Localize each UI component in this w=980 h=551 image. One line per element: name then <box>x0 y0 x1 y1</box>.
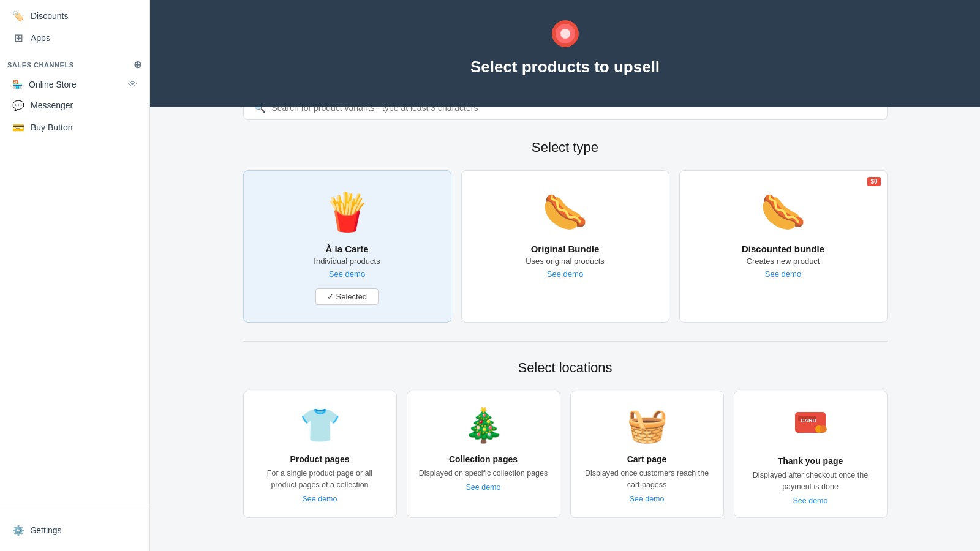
product-pages-demo-link[interactable]: See demo <box>303 495 337 503</box>
collection-pages-demo-link[interactable]: See demo <box>466 483 501 492</box>
svg-point-7 <box>820 425 827 433</box>
product-pages-title: Product pages <box>290 454 349 464</box>
sales-channels-label: SALES CHANNELS ⊕ <box>0 49 149 74</box>
discounted-bundle-title: Discounted bundle <box>742 244 824 254</box>
logo-icon <box>550 18 581 49</box>
online-store-visibility-icon[interactable]: 👁 <box>128 79 137 89</box>
select-locations-section: Select locations 👕 Product pages For a s… <box>243 360 888 518</box>
original-bundle-icon: 🌭 <box>542 190 588 234</box>
location-card-product-pages[interactable]: 👕 Product pages For a single product pag… <box>243 391 397 518</box>
original-bundle-desc: Uses original products <box>526 257 605 266</box>
collection-pages-title: Collection pages <box>449 454 518 464</box>
sidebar-item-discounts[interactable]: 🏷️ Discounts <box>5 5 145 27</box>
svg-text:CARD: CARD <box>801 418 816 424</box>
sidebar-item-online-store[interactable]: 🏪 Online Store 👁 <box>5 74 145 94</box>
a-la-carte-demo-link[interactable]: See demo <box>329 269 365 279</box>
discounted-bundle-icon: 🌭 <box>760 190 806 234</box>
sidebar-top-items: 🏷️ Discounts ⊞ Apps <box>0 0 149 49</box>
buy-button-icon: 💳 <box>12 121 24 133</box>
sidebar-item-buy-button[interactable]: 💳 Buy Button <box>5 116 145 138</box>
sidebar-settings: ⚙️ Settings <box>0 509 149 551</box>
select-type-section: Select type 🍟 À la Carte Individual prod… <box>243 140 888 323</box>
original-bundle-title: Original Bundle <box>531 244 600 254</box>
sidebar-item-settings[interactable]: ⚙️ Settings <box>5 519 145 541</box>
sidebar: 🏷️ Discounts ⊞ Apps SALES CHANNELS ⊕ 🏪 O… <box>0 0 150 551</box>
apps-icon: ⊞ <box>12 32 24 44</box>
page-title: Select products to upsell <box>162 58 968 77</box>
thank-you-page-icon: CARD <box>792 406 829 446</box>
content-area: 🔍 Select type 🍟 À la Carte Individual pr… <box>228 95 902 542</box>
type-card-original-bundle[interactable]: 🌭 Original Bundle Uses original products… <box>461 170 669 323</box>
select-type-heading: Select type <box>243 140 888 156</box>
collection-pages-desc: Displayed on specific collection pages <box>419 468 548 479</box>
app-logo <box>162 18 968 51</box>
svg-point-2 <box>560 29 570 39</box>
cart-page-desc: Displayed once customers reach the cart … <box>581 468 714 491</box>
thank-you-page-desc: Displayed after checkout once the paymen… <box>744 470 877 493</box>
a-la-carte-title: À la Carte <box>325 244 368 254</box>
messenger-icon: 💬 <box>12 99 24 111</box>
settings-icon: ⚙️ <box>12 524 24 536</box>
cart-page-icon: 🧺 <box>627 406 668 444</box>
type-cards-grid: 🍟 À la Carte Individual products See dem… <box>243 170 888 323</box>
selected-badge: ✓ Selected <box>315 288 379 305</box>
cart-page-demo-link[interactable]: See demo <box>630 495 665 503</box>
type-card-a-la-carte[interactable]: 🍟 À la Carte Individual products See dem… <box>243 170 451 323</box>
location-card-collection-pages[interactable]: 🎄 Collection pages Displayed on specific… <box>407 391 560 518</box>
type-card-discounted-bundle[interactable]: $0 🌭 Discounted bundle Creates new produ… <box>679 170 888 323</box>
discounted-bundle-desc: Creates new product <box>747 257 820 266</box>
discount-badge: $0 <box>867 177 880 186</box>
collection-pages-icon: 🎄 <box>463 406 504 444</box>
sidebar-item-messenger[interactable]: 💬 Messenger <box>5 94 145 116</box>
sales-channels-list: 🏪 Online Store 👁 💬 Messenger 💳 Buy Butto… <box>0 74 149 138</box>
select-locations-heading: Select locations <box>243 360 888 376</box>
product-pages-desc: For a single product page or all product… <box>254 468 386 491</box>
location-card-thank-you-page[interactable]: CARD Thank you page Displayed after chec… <box>734 391 888 518</box>
card-svg-icon: CARD <box>792 406 829 439</box>
location-card-cart-page[interactable]: 🧺 Cart page Displayed once customers rea… <box>570 391 724 518</box>
cart-page-title: Cart page <box>627 454 667 464</box>
a-la-carte-icon: 🍟 <box>324 190 370 234</box>
thank-you-page-title: Thank you page <box>778 456 843 466</box>
add-sales-channel-icon[interactable]: ⊕ <box>134 59 142 70</box>
online-store-icon: 🏪 <box>12 80 23 89</box>
original-bundle-demo-link[interactable]: See demo <box>547 269 583 279</box>
page-header: Select products to upsell <box>150 0 980 107</box>
section-divider <box>243 341 888 342</box>
thank-you-page-demo-link[interactable]: See demo <box>793 497 828 505</box>
sidebar-item-apps[interactable]: ⊞ Apps <box>5 27 145 49</box>
discounted-bundle-demo-link[interactable]: See demo <box>765 269 801 279</box>
discount-icon: 🏷️ <box>12 10 24 22</box>
product-pages-icon: 👕 <box>300 406 341 444</box>
main-content: Select products to upsell 🔍 Select type … <box>150 0 980 551</box>
location-cards-grid: 👕 Product pages For a single product pag… <box>243 391 888 518</box>
a-la-carte-desc: Individual products <box>314 257 380 266</box>
